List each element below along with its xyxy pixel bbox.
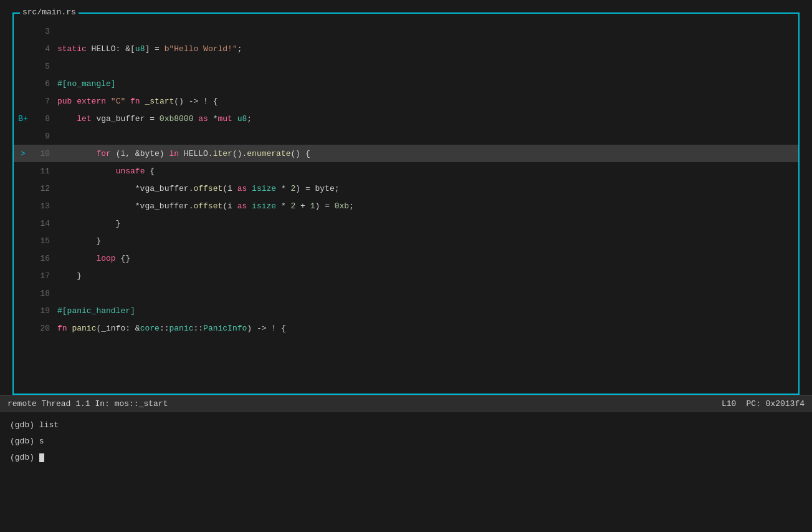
line-content-4: static HELLO: &[u8] = b"Hello World!"; [57, 44, 798, 54]
status-pc: PC: 0x2013f4 [746, 399, 805, 409]
line-number-3: 3 [32, 27, 57, 36]
line-number-7: 7 [32, 97, 57, 106]
gdb-cmd-1: list [39, 420, 59, 430]
line-number-8: 8 [32, 114, 57, 123]
line-number-15: 15 [32, 236, 57, 246]
line-number-17: 17 [32, 271, 57, 281]
line-content-13: *vga_buffer.offset(i as isize * 2 + 1) =… [57, 201, 798, 211]
gdb-line-1: (gdb) list [10, 417, 802, 433]
line-marker-10: > [14, 149, 32, 158]
code-line-5: 5 [14, 57, 798, 75]
gdb-line-3: (gdb) [10, 450, 802, 466]
code-area: 3 4 static HELLO: &[u8] = b"Hello World!… [14, 19, 798, 341]
line-content-16: loop {} [57, 254, 798, 263]
gdb-line-2: (gdb) s [10, 433, 802, 450]
line-number-20: 20 [32, 324, 57, 333]
code-line-7: 7 pub extern "C" fn _start() -> ! { [14, 92, 798, 110]
code-line-20: 20 fn panic(_info: &core::panic::PanicIn… [14, 319, 798, 337]
code-line-12: 12 *vga_buffer.offset(i as isize * 2) = … [14, 180, 798, 197]
line-content-20: fn panic(_info: &core::panic::PanicInfo)… [57, 324, 798, 333]
line-content-14: } [57, 219, 798, 228]
code-line-15: 15 } [14, 232, 798, 249]
status-right: L10 PC: 0x2013f4 [722, 399, 805, 409]
line-number-11: 11 [32, 167, 57, 176]
line-number-14: 14 [32, 219, 57, 228]
line-content-12: *vga_buffer.offset(i as isize * 2) = byt… [57, 184, 798, 193]
gdb-prompt-3: (gdb) [10, 453, 39, 462]
line-number-12: 12 [32, 184, 57, 193]
line-number-18: 18 [32, 289, 57, 298]
terminal-area: remote Thread 1.1 In: mos::_start L10 PC… [0, 395, 812, 532]
line-content-6: #[no_mangle] [57, 79, 798, 89]
line-marker-8: B+ [14, 114, 32, 123]
status-left: remote Thread 1.1 In: mos::_start [7, 399, 168, 409]
code-line-19: 19 #[panic_handler] [14, 302, 798, 319]
cursor-block [39, 453, 44, 462]
code-line-6: 6 #[no_mangle] [14, 75, 798, 92]
line-content-17: } [57, 271, 798, 281]
code-line-13: 13 *vga_buffer.offset(i as isize * 2 + 1… [14, 197, 798, 215]
line-content-15: } [57, 236, 798, 246]
code-line-10: > 10 for (i, &byte) in HELLO.iter().enum… [14, 145, 798, 162]
line-number-5: 5 [32, 62, 57, 71]
gdb-console[interactable]: (gdb) list (gdb) s (gdb) [0, 412, 812, 471]
status-thread-info: remote Thread 1.1 In: mos::_start [7, 399, 168, 409]
line-content-10: for (i, &byte) in HELLO.iter().enumerate… [57, 149, 798, 158]
editor-window: src/main.rs 3 4 static HELLO: &[u8] = b"… [12, 12, 800, 395]
gdb-prompt-1: (gdb) [10, 420, 39, 430]
line-number-6: 6 [32, 79, 57, 89]
code-line-11: 11 unsafe { [14, 162, 798, 180]
line-number-9: 9 [32, 132, 57, 141]
code-line-4: 4 static HELLO: &[u8] = b"Hello World!"; [14, 40, 798, 57]
line-number-19: 19 [32, 306, 57, 316]
editor-title: src/main.rs [22, 7, 76, 17]
line-content-8: let vga_buffer = 0xb8000 as *mut u8; [57, 114, 798, 123]
line-content-11: unsafe { [57, 167, 798, 176]
line-number-13: 13 [32, 201, 57, 211]
line-content-19: #[panic_handler] [57, 306, 798, 316]
status-bar: remote Thread 1.1 In: mos::_start L10 PC… [0, 395, 812, 412]
code-line-8: B+ 8 let vga_buffer = 0xb8000 as *mut u8… [14, 110, 798, 127]
code-line-9: 9 [14, 127, 798, 145]
status-line: L10 [722, 399, 736, 409]
code-line-3: 3 [14, 22, 798, 40]
line-number-10: 10 [32, 149, 57, 158]
line-content-7: pub extern "C" fn _start() -> ! { [57, 97, 798, 106]
code-line-14: 14 } [14, 215, 798, 232]
code-line-16: 16 loop {} [14, 249, 798, 267]
gdb-cmd-2: s [39, 437, 44, 446]
code-line-17: 17 } [14, 267, 798, 284]
editor-titlebar: src/main.rs [20, 8, 79, 16]
line-number-4: 4 [32, 44, 57, 54]
code-line-18: 18 [14, 284, 798, 302]
gdb-prompt-2: (gdb) [10, 437, 39, 446]
line-number-16: 16 [32, 254, 57, 263]
